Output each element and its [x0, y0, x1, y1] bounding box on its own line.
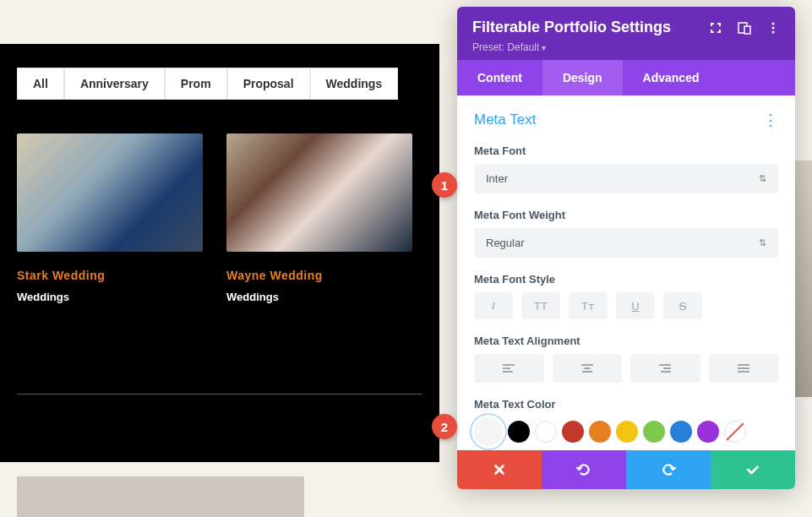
color-label: Meta Text Color [474, 398, 778, 411]
placeholder-block [17, 476, 304, 517]
panel-header: Filterable Portfolio Settings Preset: De… [457, 7, 795, 60]
font-label: Meta Font [474, 144, 778, 157]
section-divider [17, 394, 422, 395]
style-italic-button[interactable]: I [474, 292, 513, 319]
svg-rect-1 [744, 26, 750, 34]
svg-point-4 [772, 30, 775, 33]
undo-button[interactable] [542, 450, 626, 489]
svg-rect-8 [581, 364, 593, 366]
style-label: Meta Font Style [474, 273, 778, 286]
portfolio-preview-area: All Anniversary Prom Proposal Weddings S… [0, 44, 439, 462]
svg-rect-5 [503, 364, 515, 366]
svg-point-2 [772, 22, 775, 24]
save-button[interactable] [711, 450, 795, 489]
portfolio-item[interactable]: Wayne Wedding Weddings [226, 133, 412, 303]
portfolio-image[interactable] [17, 133, 203, 252]
color-swatch-current[interactable] [474, 417, 503, 446]
section-menu-icon[interactable]: ⋮ [763, 111, 778, 129]
style-uppercase-button[interactable]: TT [521, 292, 560, 319]
portfolio-image[interactable] [226, 133, 412, 252]
annotation-callout-2: 2 [432, 414, 457, 439]
align-justify-button[interactable] [709, 354, 779, 383]
color-swatch-green[interactable] [643, 421, 665, 443]
filter-tab-proposal[interactable]: Proposal [227, 68, 310, 100]
svg-rect-14 [738, 364, 749, 366]
svg-rect-13 [661, 371, 671, 373]
panel-body: Meta Text ⋮ Meta Font Inter Meta Font We… [457, 95, 795, 450]
responsive-icon[interactable] [738, 21, 751, 35]
menu-dots-icon[interactable] [766, 21, 780, 35]
portfolio-grid: Stark Wedding Weddings Wayne Wedding Wed… [0, 100, 439, 303]
portfolio-item[interactable]: Stark Wedding Weddings [17, 133, 203, 303]
settings-panel: Filterable Portfolio Settings Preset: De… [457, 7, 795, 489]
svg-rect-16 [738, 371, 749, 373]
svg-rect-7 [503, 371, 513, 373]
filter-tab-all[interactable]: All [17, 68, 64, 100]
color-swatch-black[interactable] [508, 421, 530, 443]
align-left-button[interactable] [474, 354, 544, 383]
color-swatch-blue[interactable] [670, 421, 692, 443]
svg-rect-15 [738, 367, 749, 369]
tab-content[interactable]: Content [457, 60, 542, 95]
portfolio-filter-tabs: All Anniversary Prom Proposal Weddings [17, 68, 439, 100]
panel-tabs: Content Design Advanced [457, 60, 795, 95]
weight-select[interactable]: Regular [474, 228, 778, 258]
svg-rect-11 [659, 364, 671, 366]
font-select[interactable]: Inter [474, 164, 778, 193]
color-swatch-red[interactable] [562, 421, 584, 443]
align-right-button[interactable] [630, 354, 700, 383]
color-swatch-none[interactable] [724, 421, 746, 443]
align-label: Meta Text Alignment [474, 335, 778, 347]
portfolio-category[interactable]: Weddings [226, 291, 412, 303]
tab-advanced[interactable]: Advanced [623, 60, 720, 95]
cancel-button[interactable] [457, 450, 542, 489]
color-swatch-white[interactable] [535, 421, 557, 443]
color-swatch-orange[interactable] [589, 421, 611, 443]
expand-icon[interactable] [709, 21, 722, 35]
align-center-button[interactable] [553, 354, 623, 383]
filter-tab-anniversary[interactable]: Anniversary [64, 68, 165, 100]
filter-tab-weddings[interactable]: Weddings [310, 68, 399, 100]
style-smallcaps-button[interactable]: Tᴛ [569, 292, 608, 319]
style-strike-button[interactable]: S [663, 292, 702, 319]
svg-rect-6 [503, 367, 510, 369]
section-title[interactable]: Meta Text [474, 112, 536, 128]
panel-footer [457, 450, 795, 489]
annotation-callout-1: 1 [432, 172, 457, 198]
weight-label: Meta Font Weight [474, 209, 778, 221]
redo-button[interactable] [626, 450, 711, 489]
color-swatch-yellow[interactable] [616, 421, 638, 443]
svg-rect-12 [663, 367, 671, 369]
preset-selector[interactable]: Preset: Default [472, 41, 780, 53]
tab-design[interactable]: Design [542, 60, 623, 95]
portfolio-title[interactable]: Stark Wedding [17, 269, 203, 282]
color-swatch-purple[interactable] [697, 421, 719, 443]
panel-title: Filterable Portfolio Settings [472, 19, 671, 36]
style-underline-button[interactable]: U [616, 292, 655, 319]
svg-rect-10 [582, 371, 592, 373]
background-image-fragment [795, 161, 812, 397]
svg-point-3 [772, 26, 775, 29]
filter-tab-prom[interactable]: Prom [165, 68, 227, 100]
portfolio-category[interactable]: Weddings [17, 291, 203, 303]
background-number: 2 [803, 399, 809, 411]
portfolio-title[interactable]: Wayne Wedding [226, 269, 412, 282]
svg-rect-9 [584, 367, 591, 369]
